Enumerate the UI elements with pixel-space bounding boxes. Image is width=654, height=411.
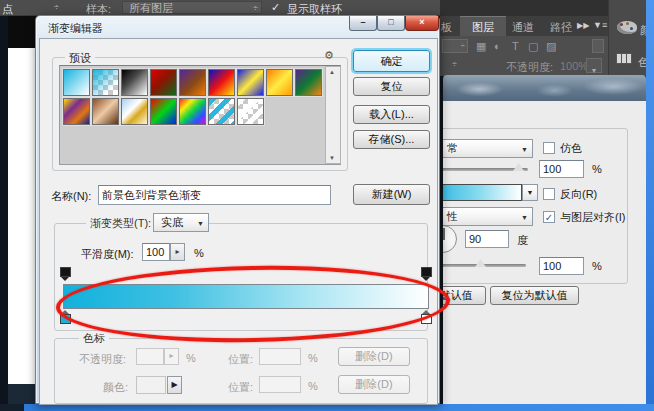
gradient-preset-swatch[interactable]	[92, 98, 119, 125]
new-button[interactable]: 新建(W)	[353, 184, 430, 205]
align-with-layer-checkbox[interactable]: ✓	[543, 211, 555, 223]
gradient-preset-swatch[interactable]	[295, 69, 322, 96]
opacity-stop-left[interactable]	[60, 267, 71, 281]
gradient-type-dropdown[interactable]: 实底 ▼	[153, 213, 209, 232]
color-panel-icon[interactable]	[617, 21, 637, 34]
tab-layers[interactable]: 图层	[460, 16, 506, 36]
filter-toggle-button[interactable]	[592, 39, 604, 53]
gradient-preset-swatch[interactable]	[179, 98, 206, 125]
name-label: 名称(N):	[51, 189, 91, 204]
delete-opacity-stop-button[interactable]: 删除(D)	[338, 347, 410, 366]
gradient-preset-swatch[interactable]	[63, 69, 90, 96]
opacity-stop-right[interactable]	[421, 267, 432, 281]
scale-field[interactable]	[539, 257, 584, 275]
aero-edge-bottom	[24, 404, 654, 411]
opacity-stop-pointer	[61, 277, 69, 281]
scroll-down-icon[interactable]: ▼	[329, 155, 335, 161]
opacity-field[interactable]	[539, 160, 584, 178]
filter-image-icon[interactable]: ▦	[476, 40, 486, 53]
smoothness-popup-arrow[interactable]: ▸	[170, 243, 185, 261]
chevron-down-icon: ▼	[197, 214, 204, 231]
chevron-down-icon: ▼	[521, 140, 528, 157]
stop-opacity-percent: %	[186, 352, 196, 364]
stop-color-position-field[interactable]	[259, 376, 301, 393]
dither-checkbox[interactable]	[543, 142, 555, 154]
reset-default-button[interactable]: 复位为默认值	[490, 286, 579, 305]
smoothness-percent: %	[194, 247, 204, 259]
swatches-panel-icon[interactable]	[616, 53, 632, 64]
stop-opacity-label: 不透明度:	[79, 352, 126, 367]
opacity-stop-box	[60, 267, 71, 277]
preset-grid	[59, 65, 341, 165]
filter-shape-icon[interactable]: ▢	[528, 40, 538, 53]
angle-unit-label: 度	[517, 233, 528, 248]
gradient-preview[interactable]	[443, 184, 522, 201]
stop-opacity-field[interactable]	[136, 348, 164, 365]
tab-paths[interactable]: 路径	[550, 20, 572, 35]
maximize-button[interactable]: □	[377, 16, 405, 31]
stop-color-picker-arrow[interactable]: ▶	[167, 376, 182, 394]
stop-opacity-popup-arrow[interactable]: ▸	[164, 348, 179, 365]
aero-edge-right	[646, 0, 654, 411]
load-button[interactable]: 载入(L)...	[353, 105, 430, 124]
dialog-title-bar[interactable]: 渐变编辑器 – □ ×	[36, 16, 439, 38]
gradient-preset-swatch[interactable]	[92, 69, 119, 96]
filter-smart-object-icon[interactable]: ▨	[546, 40, 556, 53]
spinner-icon[interactable]: ÷	[452, 59, 457, 69]
stop-position-field[interactable]	[259, 348, 301, 365]
opacity-stop-pointer	[422, 277, 430, 281]
align-with-layer-label: 与图层对齐(I)	[560, 210, 625, 225]
opacity-percent: %	[592, 163, 602, 175]
tab-partial-swatches[interactable]: 板	[441, 20, 452, 35]
spinner-icon[interactable]: ÷	[54, 2, 59, 12]
layer-opacity-value: 100%	[560, 60, 588, 72]
filter-kind-dropdown[interactable]: ÷	[442, 39, 468, 53]
blend-mode-dropdown[interactable]: 常 ▼	[443, 139, 533, 158]
smoothness-label: 平滑度(M):	[81, 247, 134, 262]
name-input[interactable]	[98, 185, 331, 205]
preset-scrollbar[interactable]: ▲ ▼	[325, 66, 341, 164]
sample-value: 所有图层	[129, 2, 173, 14]
angle-field[interactable]	[465, 230, 509, 248]
gradient-preset-swatch[interactable]	[121, 69, 148, 96]
filter-type-icon[interactable]: T	[512, 40, 519, 52]
spinner-icon: ÷	[461, 41, 465, 50]
tab-channels[interactable]: 通道	[512, 20, 534, 35]
sample-dropdown[interactable]: 所有图层 ÷	[122, 1, 262, 14]
smoothness-field[interactable]	[142, 243, 170, 261]
style-dropdown[interactable]: 性 ▼	[443, 207, 533, 226]
stop-color-swatch[interactable]	[136, 376, 166, 394]
gradient-preset-swatch[interactable]	[150, 98, 177, 125]
save-button[interactable]: 存储(S)...	[353, 130, 430, 149]
ok-button[interactable]: 确定	[353, 50, 430, 72]
reset-button[interactable]: 复位	[353, 77, 430, 96]
reverse-checkbox[interactable]	[543, 188, 555, 200]
tool-label: 点	[2, 2, 13, 17]
gear-icon[interactable]: ⚙	[324, 49, 334, 62]
scroll-up-icon[interactable]: ▲	[329, 69, 335, 75]
layer-opacity-dropdown[interactable]: ▼	[586, 58, 602, 73]
panels-area: 板 图层 通道 路径 ▶▶ ▼≡ ÷ ▦ ◐ T ▢ ▨ ÷ 不透明度: 100…	[440, 0, 646, 76]
stop-color-position-percent: %	[308, 380, 318, 392]
gradient-preset-swatch[interactable]	[150, 69, 177, 96]
delete-color-stop-button[interactable]: 删除(D)	[338, 375, 410, 394]
gradient-preset-swatch[interactable]	[179, 69, 206, 96]
gradient-picker-button[interactable]: ▼	[522, 184, 538, 201]
gradient-preset-swatch[interactable]	[208, 98, 235, 125]
gradient-preset-swatch[interactable]	[237, 69, 264, 96]
filter-adjustment-icon[interactable]: ◐	[494, 40, 501, 52]
gradient-preset-swatch[interactable]	[63, 98, 90, 125]
gradient-preset-swatch[interactable]	[208, 69, 235, 96]
panel-menu-icon[interactable]: ▼≡	[593, 20, 607, 30]
minimize-button[interactable]: –	[349, 16, 377, 31]
show-ring-checkbox[interactable]: ✓	[271, 1, 280, 14]
reverse-label: 反向(R)	[560, 187, 597, 202]
panel-icon-strip: 颜 色	[609, 0, 646, 76]
close-button[interactable]: ×	[405, 16, 439, 31]
gradient-preset-swatch[interactable]	[237, 98, 264, 125]
gradient-preset-swatch[interactable]	[266, 69, 293, 96]
gradient-preset-swatch[interactable]	[121, 98, 148, 125]
collapse-panels-icon[interactable]: ▶▶	[577, 21, 589, 30]
screenshot-root: 点 ÷ 样本: 所有图层 ÷ ✓ 显示取样环 板 图层 通道 路径 ▶▶ ▼≡ …	[0, 0, 654, 411]
layer-style-title-bar[interactable]	[443, 75, 646, 101]
